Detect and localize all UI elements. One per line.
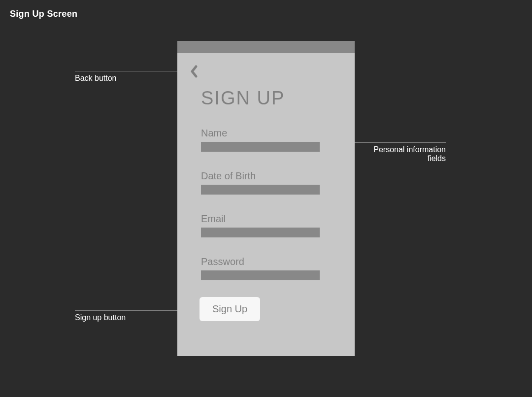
annotation-signup-button: Sign up button xyxy=(75,313,126,322)
page-title: Sign Up Screen xyxy=(10,9,77,19)
annotation-fields-line1: Personal information xyxy=(373,145,446,154)
annotation-personal-info-fields: Personal information fields xyxy=(363,145,446,163)
annotation-leader-back xyxy=(75,71,187,71)
signup-heading: SIGN UP xyxy=(201,88,331,109)
dob-input[interactable] xyxy=(201,185,320,195)
form-field-name: Name xyxy=(201,128,331,152)
back-button[interactable] xyxy=(188,65,200,78)
status-bar xyxy=(177,41,355,53)
dob-label: Date of Birth xyxy=(201,170,331,182)
password-label: Password xyxy=(201,256,331,267)
email-label: Email xyxy=(201,213,331,225)
annotation-back-button: Back button xyxy=(75,74,117,83)
annotation-fields-line2: fields xyxy=(428,154,446,163)
form-field-dob: Date of Birth xyxy=(201,170,331,195)
name-input[interactable] xyxy=(201,142,320,152)
password-input[interactable] xyxy=(201,270,320,280)
form-field-email: Email xyxy=(201,213,331,237)
form-field-password: Password xyxy=(201,256,331,280)
name-label: Name xyxy=(201,128,331,139)
signup-button[interactable]: Sign Up xyxy=(200,297,260,321)
chevron-left-icon xyxy=(188,65,200,78)
phone-mockup: SIGN UP Name Date of Birth Email Passwor… xyxy=(177,41,355,356)
signup-form: SIGN UP Name Date of Birth Email Passwor… xyxy=(201,88,331,299)
email-input[interactable] xyxy=(201,228,320,237)
